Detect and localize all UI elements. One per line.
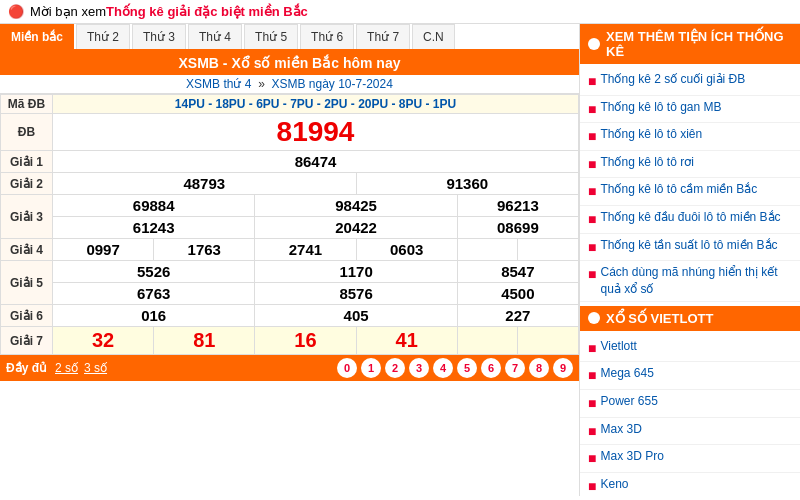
bullet-icon-0: ■ [588, 72, 596, 92]
g6-v2: 405 [255, 305, 457, 327]
tab-mien-bac[interactable]: Miền bắc [0, 24, 74, 49]
tabs-bar: Miền bắc Thứ 2 Thứ 3 Thứ 4 Thứ 5 Thứ 6 T… [0, 24, 579, 51]
s2-link[interactable]: 2 số [55, 361, 78, 375]
vl-link-3[interactable]: ■ Max 3D [580, 418, 800, 446]
left-panel: Miền bắc Thứ 2 Thứ 3 Thứ 4 Thứ 5 Thứ 6 T… [0, 24, 580, 496]
g7-v3: 16 [255, 327, 356, 355]
ma-db-label: Mã ĐB [1, 95, 53, 114]
tk-link-text-5: Thống kê đầu đuôi lô tô miền Bắc [600, 209, 780, 226]
vl-link-4[interactable]: ■ Max 3D Pro [580, 445, 800, 473]
tab-thu5[interactable]: Thứ 5 [244, 24, 298, 49]
g5-v1: 5526 [53, 261, 255, 283]
g6-label: Giải 6 [1, 305, 53, 327]
num-5[interactable]: 5 [457, 358, 477, 378]
bullet-icon-6: ■ [588, 238, 596, 258]
vl-bullet-5: ■ [588, 477, 596, 496]
db-value: 81994 [53, 114, 579, 151]
num-0[interactable]: 0 [337, 358, 357, 378]
s3-link[interactable]: 3 số [84, 361, 107, 375]
g4-label: Giải 4 [1, 239, 53, 261]
header-link[interactable]: Thống kê giải đặc biệt miền Bắc [106, 4, 308, 19]
thong-ke-dot [588, 38, 600, 50]
vl-link-text-1: Mega 645 [600, 365, 653, 382]
tk-link-text-7: Cách dùng mã nhúng hiển thị kết quả xổ s… [600, 264, 792, 298]
tk-link-text-3: Thống kê lô tô rơi [600, 154, 693, 171]
tk-link-3[interactable]: ■ Thống kê lô tô rơi [580, 151, 800, 179]
g4-v6 [518, 239, 579, 261]
vl-bullet-4: ■ [588, 449, 596, 469]
header-text: Mời bạn xem [30, 4, 106, 19]
xsmb-sub: XSMB thứ 4 » XSMB ngày 10-7-2024 [0, 75, 579, 94]
vietlott-dot [588, 312, 600, 324]
num-3[interactable]: 3 [409, 358, 429, 378]
tab-cn[interactable]: C.N [412, 24, 455, 49]
tk-link-5[interactable]: ■ Thống kê đầu đuôi lô tô miền Bắc [580, 206, 800, 234]
g5-label: Giải 5 [1, 261, 53, 305]
tk-link-text-4: Thống kê lô tô cầm miền Bắc [600, 181, 757, 198]
xsmb-link[interactable]: XSMB thứ 4 [186, 77, 251, 91]
g7-v2: 81 [154, 327, 255, 355]
g4-v4: 0603 [356, 239, 457, 261]
g4-v2: 1763 [154, 239, 255, 261]
num-4[interactable]: 4 [433, 358, 453, 378]
g4-v3: 2741 [255, 239, 356, 261]
tk-link-6[interactable]: ■ Thống kê tần suất lô tô miền Bắc [580, 234, 800, 262]
tab-thu2[interactable]: Thứ 2 [76, 24, 130, 49]
right-panel: XEM THÊM TIỆN ÍCH THỐNG KÊ ■ Thống kê 2 … [580, 24, 800, 496]
tk-link-text-1: Thống kê lô tô gan MB [600, 99, 721, 116]
vietlott-links: ■ Vietlott ■ Mega 645 ■ Power 655 ■ Max … [580, 331, 800, 496]
g2-label: Giải 2 [1, 173, 53, 195]
g3-label: Giải 3 [1, 195, 53, 239]
tk-link-2[interactable]: ■ Thống kê lô tô xiên [580, 123, 800, 151]
g3-v5: 20422 [255, 217, 457, 239]
tk-link-4[interactable]: ■ Thống kê lô tô cầm miền Bắc [580, 178, 800, 206]
tk-link-0[interactable]: ■ Thống kê 2 số cuối giải ĐB [580, 68, 800, 96]
tab-thu6[interactable]: Thứ 6 [300, 24, 354, 49]
g2b-value: 91360 [356, 173, 578, 195]
footer-nums: 0 1 2 3 4 5 6 7 8 9 [337, 358, 573, 378]
g7-v5 [457, 327, 518, 355]
g3-v3: 96213 [457, 195, 578, 217]
bullet-icon-2: ■ [588, 127, 596, 147]
vl-link-text-4: Max 3D Pro [600, 448, 663, 465]
vl-link-0[interactable]: ■ Vietlott [580, 335, 800, 363]
g5-v4: 6763 [53, 283, 255, 305]
bullet-icon-4: ■ [588, 182, 596, 202]
tab-thu4[interactable]: Thứ 4 [188, 24, 242, 49]
db-label: ĐB [1, 114, 53, 151]
vl-link-text-2: Power 655 [600, 393, 657, 410]
xsmb-title: XSMB - Xổ số miền Bắc hôm nay [0, 51, 579, 75]
g3-v4: 61243 [53, 217, 255, 239]
g6-v1: 016 [53, 305, 255, 327]
num-8[interactable]: 8 [529, 358, 549, 378]
num-2[interactable]: 2 [385, 358, 405, 378]
num-1[interactable]: 1 [361, 358, 381, 378]
xsmb-date-link[interactable]: XSMB ngày 10-7-2024 [271, 77, 392, 91]
g3-v1: 69884 [53, 195, 255, 217]
vl-link-5[interactable]: ■ Keno [580, 473, 800, 496]
vl-bullet-0: ■ [588, 339, 596, 359]
vl-link-1[interactable]: ■ Mega 645 [580, 362, 800, 390]
vl-bullet-2: ■ [588, 394, 596, 414]
vl-link-2[interactable]: ■ Power 655 [580, 390, 800, 418]
vl-link-text-3: Max 3D [600, 421, 641, 438]
num-9[interactable]: 9 [553, 358, 573, 378]
vietlott-title: XỔ SỐ VIETLOTT [606, 311, 713, 326]
pu-values: 14PU - 18PU - 6PU - 7PU - 2PU - 20PU - 8… [53, 95, 579, 114]
tk-link-1[interactable]: ■ Thống kê lô tô gan MB [580, 96, 800, 124]
num-6[interactable]: 6 [481, 358, 501, 378]
tk-link-text-6: Thống kê tần suất lô tô miền Bắc [600, 237, 777, 254]
g5-v2: 1170 [255, 261, 457, 283]
g1-value: 86474 [53, 151, 579, 173]
tk-link-7[interactable]: ■ Cách dùng mã nhúng hiển thị kết quả xổ… [580, 261, 800, 302]
vl-bullet-1: ■ [588, 366, 596, 386]
vietlott-header: XỔ SỐ VIETLOTT [580, 306, 800, 331]
tk-link-text-0: Thống kê 2 số cuối giải ĐB [600, 71, 745, 88]
tab-thu7[interactable]: Thứ 7 [356, 24, 410, 49]
g4-v5 [457, 239, 518, 261]
tab-thu3[interactable]: Thứ 3 [132, 24, 186, 49]
num-7[interactable]: 7 [505, 358, 525, 378]
g3-v6: 08699 [457, 217, 578, 239]
footer-row: Đầy đủ 2 số 3 số 0 1 2 3 4 5 6 7 8 9 [0, 355, 579, 381]
bullet-icon-7: ■ [588, 265, 596, 285]
